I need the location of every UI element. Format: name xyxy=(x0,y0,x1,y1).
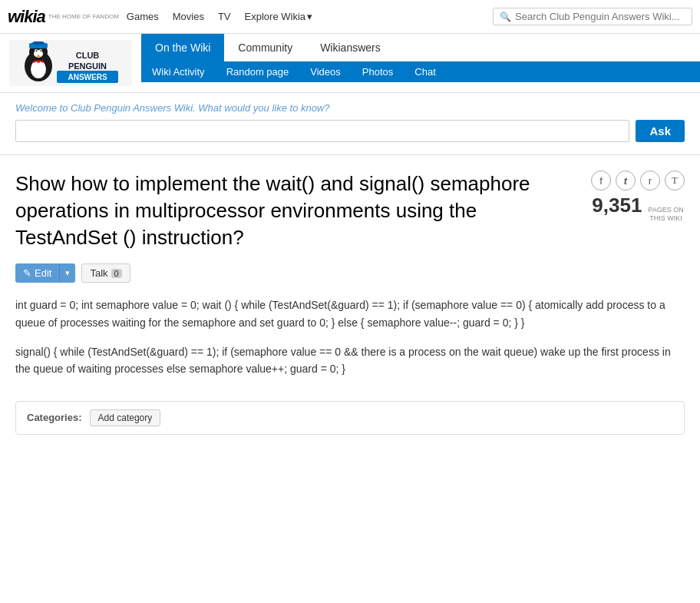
svg-point-6 xyxy=(36,50,38,51)
nav-explore-wikia[interactable]: Explore Wikia ▾ xyxy=(245,11,312,22)
tab-wikianswers[interactable]: Wikianswers xyxy=(306,34,395,61)
reddit-icon[interactable]: r xyxy=(640,171,660,191)
svg-point-11 xyxy=(37,60,40,63)
wiki-nav-area: On the Wiki Community Wikianswers Wiki A… xyxy=(141,34,700,92)
wiki-logo-box[interactable]: ANSWERS CLUB PENGUIN xyxy=(9,40,132,86)
tab-on-the-wiki[interactable]: On the Wiki xyxy=(141,34,224,61)
edit-dropdown-button[interactable]: ▾ xyxy=(59,263,75,283)
article-paragraph-2: signal() { while (TestAndSet(&guard) == … xyxy=(15,343,685,378)
ask-button[interactable]: Ask xyxy=(636,120,685,142)
wiki-sub-nav: Wiki Activity Random page Videos Photos … xyxy=(141,61,700,82)
wiki-header: ANSWERS CLUB PENGUIN On the Wiki Communi… xyxy=(0,34,700,93)
search-bar: 🔍 xyxy=(493,8,692,25)
page-stats: f t r T 9,351 PAGES ONTHIS WIKI xyxy=(591,171,685,223)
nav-games[interactable]: Games xyxy=(127,11,159,22)
page-title: Show how to implement the wait() and sig… xyxy=(15,171,568,251)
wiki-logo-area: ANSWERS CLUB PENGUIN xyxy=(0,34,141,92)
talk-count: 0 xyxy=(111,269,122,278)
subtab-chat[interactable]: Chat xyxy=(404,61,446,82)
page-title-area: Show how to implement the wait() and sig… xyxy=(15,171,685,251)
search-icon: 🔍 xyxy=(500,12,511,22)
svg-text:ANSWERS: ANSWERS xyxy=(68,73,107,81)
talk-label: Talk xyxy=(90,267,107,279)
pages-label: PAGES ONTHIS WIKI xyxy=(648,206,683,223)
edit-button[interactable]: ✎ Edit xyxy=(15,263,59,283)
svg-text:PENGUIN: PENGUIN xyxy=(68,61,107,71)
twitter-icon[interactable]: t xyxy=(616,171,636,191)
pages-count-row: 9,351 PAGES ONTHIS WIKI xyxy=(592,194,683,223)
wikia-tagline: THE HOME OF FANDOM xyxy=(48,13,119,21)
categories-bar: Categories: Add category xyxy=(15,401,685,435)
top-nav: Games Movies TV Explore Wikia ▾ xyxy=(127,11,493,22)
edit-button-group: ✎ Edit ▾ xyxy=(15,263,75,283)
subtab-photos[interactable]: Photos xyxy=(352,61,404,82)
ask-input[interactable] xyxy=(15,120,629,142)
wiki-logo-svg: ANSWERS CLUB PENGUIN xyxy=(17,41,124,84)
ask-label: Welcome to Club Penguin Answers Wiki. Wh… xyxy=(15,102,685,114)
search-input[interactable] xyxy=(515,11,685,22)
facebook-icon[interactable]: f xyxy=(591,171,611,191)
wikia-wordmark: wikia xyxy=(8,7,45,27)
article-body: int guard = 0; int semaphore value = 0; … xyxy=(15,297,685,378)
svg-point-7 xyxy=(41,50,42,51)
main-content: Show how to implement the wait() and sig… xyxy=(0,155,700,466)
top-navigation-bar: wikia THE HOME OF FANDOM Games Movies TV… xyxy=(0,0,700,34)
ask-form: Ask xyxy=(15,120,685,142)
edit-label: Edit xyxy=(35,267,51,279)
subtab-videos[interactable]: Videos xyxy=(299,61,352,82)
pencil-icon: ✎ xyxy=(23,267,31,279)
tab-community[interactable]: Community xyxy=(224,34,306,61)
pages-count: 9,351 xyxy=(592,194,642,217)
wiki-main-tabs: On the Wiki Community Wikianswers xyxy=(141,34,700,61)
social-icons: f t r T xyxy=(591,171,685,191)
categories-label: Categories: xyxy=(27,412,82,423)
wikia-logo[interactable]: wikia THE HOME OF FANDOM xyxy=(8,7,119,27)
nav-movies[interactable]: Movies xyxy=(173,11,204,22)
svg-text:CLUB: CLUB xyxy=(76,51,100,60)
tumblr-icon[interactable]: T xyxy=(665,171,685,191)
talk-button[interactable]: Talk 0 xyxy=(81,263,130,283)
edit-bar: ✎ Edit ▾ Talk 0 xyxy=(15,263,685,283)
subtab-wiki-activity[interactable]: Wiki Activity xyxy=(141,61,216,82)
nav-tv[interactable]: TV xyxy=(218,11,231,22)
add-category-button[interactable]: Add category xyxy=(90,409,161,426)
article-paragraph-1: int guard = 0; int semaphore value = 0; … xyxy=(15,297,685,331)
subtab-random-page[interactable]: Random page xyxy=(216,61,300,82)
ask-section: Welcome to Club Penguin Answers Wiki. Wh… xyxy=(0,93,700,155)
